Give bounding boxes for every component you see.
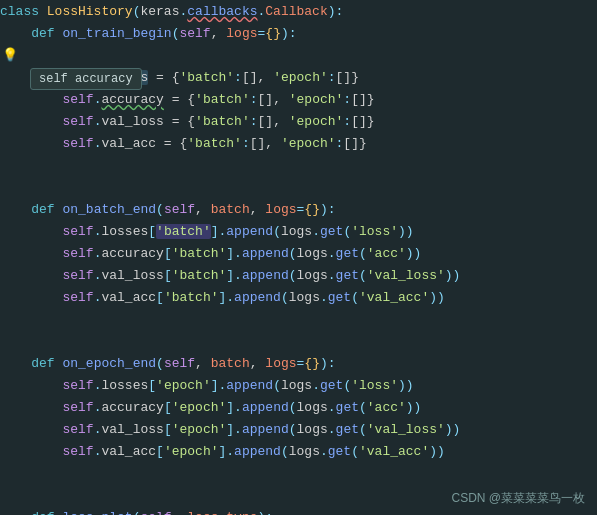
line-content: self.accuracy['epoch'].append(logs.get('… — [0, 400, 597, 415]
code-line — [0, 176, 597, 198]
line-content: class LossHistory(keras.callbacks.Callba… — [0, 4, 597, 19]
watermark: CSDN @菜菜菜菜鸟一枚 — [451, 490, 585, 507]
line-content: self.val_acc['batch'].append(logs.get('v… — [0, 290, 597, 305]
line-content: self.accuracy['batch'].append(logs.get('… — [0, 246, 597, 261]
code-line: self.val_acc['batch'].append(logs.get('v… — [0, 286, 597, 308]
code-line — [0, 330, 597, 352]
code-line: def on_train_begin(self, logs={}): — [0, 22, 597, 44]
line-content: self.losses['epoch'].append(logs.get('lo… — [0, 378, 597, 393]
code-line: self.losses['epoch'].append(logs.get('lo… — [0, 374, 597, 396]
code-line: self.losses['batch'].append(logs.get('lo… — [0, 220, 597, 242]
code-line: 💡 — [0, 44, 597, 66]
code-line: def on_batch_end(self, batch, logs={}): — [0, 198, 597, 220]
code-line: self.accuracy['batch'].append(logs.get('… — [0, 242, 597, 264]
code-line: self.val_loss = {'batch':[], 'epoch':[]} — [0, 110, 597, 132]
code-line: self.val_acc['epoch'].append(logs.get('v… — [0, 440, 597, 462]
lightbulb-icon[interactable]: 💡 — [2, 47, 18, 63]
line-content: self.val_acc = {'batch':[], 'epoch':[]} — [0, 136, 597, 151]
line-content: self.val_loss = {'batch':[], 'epoch':[]} — [0, 114, 597, 129]
code-line — [0, 154, 597, 176]
line-content: self.losses['batch'].append(logs.get('lo… — [0, 224, 597, 239]
code-line — [0, 462, 597, 484]
code-line: class LossHistory(keras.callbacks.Callba… — [0, 0, 597, 22]
line-content: def on_epoch_end(self, batch, logs={}): — [0, 356, 597, 371]
line-content: self.accuracy = {'batch':[], 'epoch':[]} — [0, 92, 597, 107]
line-content: def loss_plot(self, loss_type): — [0, 510, 597, 516]
line-content: def on_batch_end(self, batch, logs={}): — [0, 202, 597, 217]
code-line: self.val_loss['epoch'].append(logs.get('… — [0, 418, 597, 440]
line-content: self.val_loss['epoch'].append(logs.get('… — [0, 422, 597, 437]
code-line: self.val_loss['batch'].append(logs.get('… — [0, 264, 597, 286]
tooltip-self-accuracy: self accuracy — [30, 68, 142, 90]
code-line: def on_epoch_end(self, batch, logs={}): — [0, 352, 597, 374]
code-line: self.val_acc = {'batch':[], 'epoch':[]} — [0, 132, 597, 154]
code-line: self.accuracy['epoch'].append(logs.get('… — [0, 396, 597, 418]
code-editor: self accuracy class LossHistory(keras.ca… — [0, 0, 597, 515]
line-content: self.val_acc['epoch'].append(logs.get('v… — [0, 444, 597, 459]
code-line: self.accuracy = {'batch':[], 'epoch':[]} — [0, 88, 597, 110]
line-content: self.val_loss['batch'].append(logs.get('… — [0, 268, 597, 283]
code-line — [0, 308, 597, 330]
code-line: def loss_plot(self, loss_type): — [0, 506, 597, 515]
line-content: def on_train_begin(self, logs={}): — [0, 26, 597, 41]
